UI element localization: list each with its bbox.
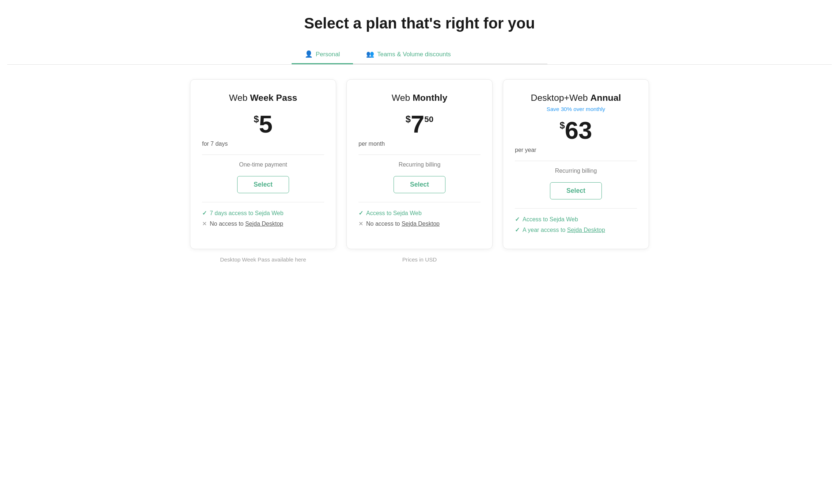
tab-divider xyxy=(7,64,832,65)
check-icon: ✓ xyxy=(515,226,520,233)
save-badge: Save 30% over monthly xyxy=(515,106,637,112)
price-dollar-2: $ xyxy=(406,115,411,124)
price-block-2: $ 7 50 xyxy=(358,112,481,136)
tabs: 👤 Personal 👥 Teams & Volume discounts xyxy=(292,45,547,64)
select-button-monthly[interactable]: Select xyxy=(394,176,445,193)
sejda-desktop-link[interactable]: Sejda Desktop xyxy=(245,221,283,227)
price-main-1: $ 5 xyxy=(254,112,273,136)
plan-title-prefix-2: Web xyxy=(392,93,413,103)
feature-item: ✕ No access to Sejda Desktop xyxy=(202,220,324,227)
feature-item: ✓ A year access to Sejda Desktop xyxy=(515,226,637,233)
plan-card-annual: Desktop+Web Annual Save 30% over monthly… xyxy=(503,79,649,249)
feature-item: ✓ Access to Sejda Web xyxy=(515,216,637,223)
check-icon: ✓ xyxy=(202,210,207,217)
price-period-2: per month xyxy=(358,141,481,147)
footer-note-text-1: Desktop Week Pass available here xyxy=(220,256,306,263)
check-icon: ✓ xyxy=(515,216,520,223)
sejda-desktop-link-annual[interactable]: Sejda Desktop xyxy=(567,227,605,233)
sejda-desktop-link[interactable]: Sejda Desktop xyxy=(402,221,440,227)
tab-personal[interactable]: 👤 Personal xyxy=(292,45,353,64)
feature-item: ✓ 7 days access to Sejda Web xyxy=(202,210,324,217)
footer-note-1: Desktop Week Pass available here xyxy=(190,256,336,263)
feature-item: ✕ No access to Sejda Desktop xyxy=(358,220,481,227)
feature-text: A year access to Sejda Desktop xyxy=(523,227,605,233)
tab-personal-label: Personal xyxy=(316,51,340,58)
feature-text: 7 days access to Sejda Web xyxy=(210,210,284,217)
price-main-2: $ 7 50 xyxy=(406,112,434,136)
features-list-3: ✓ Access to Sejda Web ✓ A year access to… xyxy=(515,216,637,237)
price-dollar-3: $ xyxy=(560,121,565,130)
plan-title-prefix-3: Desktop+Web xyxy=(531,93,591,103)
price-divider-1 xyxy=(202,154,324,155)
plan-title-week-pass: Web Week Pass xyxy=(202,93,324,103)
price-cents-2: 50 xyxy=(424,115,433,123)
price-divider-2 xyxy=(358,154,481,155)
tab-teams[interactable]: 👥 Teams & Volume discounts xyxy=(353,45,464,64)
teams-icon: 👥 xyxy=(366,50,374,58)
select-button-annual[interactable]: Select xyxy=(550,182,602,199)
plan-title-monthly: Web Monthly xyxy=(358,93,481,103)
price-period-3: per year xyxy=(515,147,637,153)
feature-text: No access to Sejda Desktop xyxy=(366,221,440,227)
price-divider-3 xyxy=(515,161,637,161)
select-button-week-pass[interactable]: Select xyxy=(237,176,289,193)
price-block-1: $ 5 xyxy=(202,112,324,136)
footer-note-text-2: Prices in USD xyxy=(402,256,437,263)
price-main-3: $ 63 xyxy=(560,118,592,142)
plans-container: Web Week Pass $ 5 for 7 days One-time pa… xyxy=(178,79,661,249)
features-list-2: ✓ Access to Sejda Web ✕ No access to Sej… xyxy=(358,210,481,231)
plan-title-bold-1: Week Pass xyxy=(250,93,297,103)
features-list-1: ✓ 7 days access to Sejda Web ✕ No access… xyxy=(202,210,324,231)
price-number-1: 5 xyxy=(259,112,272,136)
tab-teams-label: Teams & Volume discounts xyxy=(377,51,451,58)
cross-icon: ✕ xyxy=(358,220,363,227)
plan-card-monthly: Web Monthly $ 7 50 per month Recurring b… xyxy=(346,79,493,249)
price-period-1: for 7 days xyxy=(202,141,324,147)
features-divider-3 xyxy=(515,208,637,209)
plan-title-annual: Desktop+Web Annual xyxy=(515,93,637,103)
footer-note-2: Prices in USD xyxy=(346,256,493,263)
billing-info-1: One-time payment xyxy=(202,161,324,168)
price-number-2: 7 xyxy=(411,112,424,136)
price-dollar-1: $ xyxy=(254,115,259,124)
tabs-container: 👤 Personal 👥 Teams & Volume discounts xyxy=(7,45,832,64)
plan-title-bold-2: Monthly xyxy=(413,93,447,103)
features-divider-2 xyxy=(358,202,481,202)
features-divider-1 xyxy=(202,202,324,202)
feature-text: Access to Sejda Web xyxy=(523,216,578,223)
plan-card-week-pass: Web Week Pass $ 5 for 7 days One-time pa… xyxy=(190,79,336,249)
feature-text: Access to Sejda Web xyxy=(366,210,422,217)
cross-icon: ✕ xyxy=(202,220,207,227)
billing-info-2: Recurring billing xyxy=(358,161,481,168)
page-title: Select a plan that's right for you xyxy=(7,15,832,32)
plan-title-prefix-1: Web xyxy=(229,93,250,103)
footer-notes: Desktop Week Pass available here Prices … xyxy=(178,256,661,263)
personal-icon: 👤 xyxy=(305,50,313,58)
check-icon: ✓ xyxy=(358,210,363,217)
billing-info-3: Recurring billing xyxy=(515,168,637,174)
price-number-3: 63 xyxy=(565,118,592,142)
price-block-3: $ 63 xyxy=(515,118,637,142)
plan-title-bold-3: Annual xyxy=(590,93,621,103)
footer-note-3 xyxy=(503,256,649,263)
feature-text: No access to Sejda Desktop xyxy=(210,221,283,227)
feature-item: ✓ Access to Sejda Web xyxy=(358,210,481,217)
